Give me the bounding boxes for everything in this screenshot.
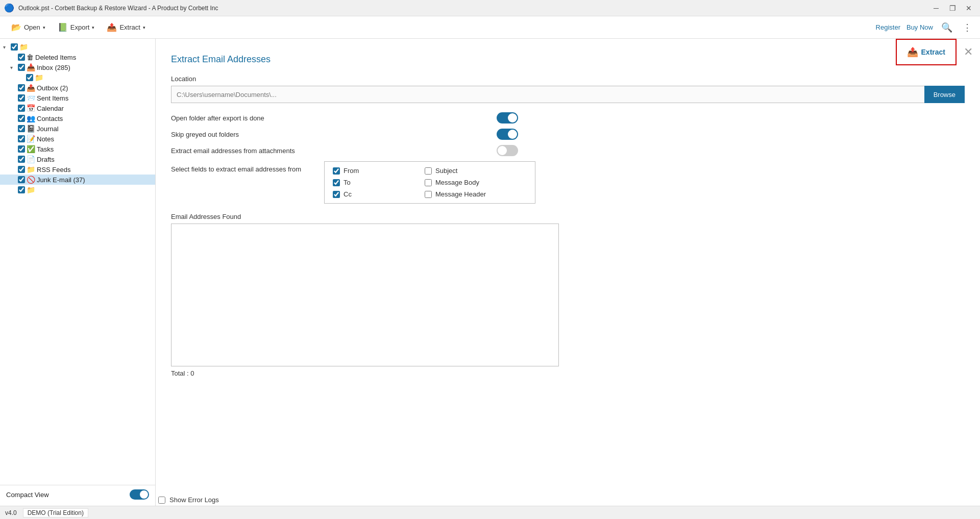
calendar-label: Calendar [37,105,64,112]
cc-checkbox[interactable] [333,191,340,198]
toolbar: 📂 Open ▾ 📗 Export ▾ 📤 Extract ▾ Register… [0,16,980,39]
junk-email-checkbox[interactable] [18,176,25,183]
contacts-checkbox[interactable] [18,115,25,122]
sent-items-label: Sent Items [37,94,68,102]
inbox-checkbox[interactable] [18,64,25,71]
inbox-sub-checkbox[interactable] [26,74,33,81]
location-section: Location Browse [171,75,965,103]
skip-greyed-label: Skip greyed out folders [171,131,239,138]
field-cc[interactable]: Cc [333,190,425,198]
skip-greyed-toggle[interactable] [497,129,518,140]
tree-item-inbox-sub[interactable]: 📁 [0,72,155,83]
field-to[interactable]: To [333,179,425,186]
tree-item-contacts[interactable]: 👥 Contacts [0,113,155,123]
tree-item-rss-feeds[interactable]: 📁 RSS Feeds [0,164,155,175]
to-checkbox[interactable] [333,179,340,186]
rss-arrow [10,167,16,172]
export-button[interactable]: 📗 Export ▾ [53,20,100,35]
drafts-checkbox[interactable] [18,156,25,163]
misc-icon: 📁 [27,186,35,194]
sent-items-checkbox[interactable] [18,94,25,102]
export-icon: 📗 [58,22,68,32]
outbox-label: Outbox (2) [37,84,68,92]
field-from[interactable]: From [333,167,425,175]
restore-button[interactable]: ❐ [945,3,960,14]
tree-item-tasks[interactable]: ✅ Tasks [0,144,155,154]
field-message-header[interactable]: Message Header [425,190,527,198]
journal-label: Journal [37,125,59,133]
open-arrow: ▾ [43,25,45,30]
tree-item-deleted-items[interactable]: 🗑 Deleted Items [0,52,155,62]
tree-item-inbox[interactable]: ▾ 📥 Inbox (285) [0,62,155,72]
extract-attachments-toggle-row: Extract email addresses from attachments [171,145,518,156]
titlebar-left: 🔵 Outlook.pst - Corbett Backup & Restore… [4,3,218,13]
field-subject[interactable]: Subject [425,167,527,175]
close-window-button[interactable]: ✕ [962,3,976,14]
message-header-checkbox[interactable] [425,191,432,198]
outbox-arrow [10,85,16,91]
buy-now-link[interactable]: Buy Now [906,23,933,31]
tree-item-journal[interactable]: 📓 Journal [0,123,155,134]
tree-item-drafts[interactable]: 📄 Drafts [0,154,155,164]
fields-section: Select fields to extract email addresses… [171,161,965,204]
skip-greyed-slider [497,129,518,140]
root-checkbox[interactable] [11,43,18,51]
error-logs-row: Show Error Logs [158,496,219,504]
browse-button[interactable]: Browse [924,86,965,103]
extract-action-button[interactable]: 📤 Extract [896,39,957,65]
search-toolbar-button[interactable]: 🔍 [939,20,954,35]
deleted-items-checkbox[interactable] [18,54,25,61]
inbox-label: Inbox (285) [37,64,70,71]
journal-checkbox[interactable] [18,125,25,132]
open-button[interactable]: 📂 Open ▾ [6,20,51,35]
open-folder-label: Open folder after export is done [171,114,264,122]
extract-toolbar-button[interactable]: 📤 Extract ▾ [102,20,150,35]
extract-action-label: Extract [921,48,945,56]
tree-item-sent-items[interactable]: 📨 Sent Items [0,93,155,103]
location-input[interactable] [171,86,924,103]
version-label: v4.0 [5,509,17,516]
compact-view-toggle[interactable] [130,489,149,500]
open-folder-toggle-row: Open folder after export is done [171,112,518,123]
compact-view-label: Compact View [6,491,49,499]
calendar-checkbox[interactable] [18,105,25,112]
sidebar: ▾ 📁 🗑 Deleted Items ▾ 📥 Inbox (285) 📁 📤 [0,39,156,519]
tasks-checkbox[interactable] [18,145,25,153]
tree-item-misc[interactable]: 📁 [0,185,155,195]
toolbar-right: Register Buy Now 🔍 ⋮ [876,20,974,35]
from-label: From [344,167,359,175]
tree-item-outbox[interactable]: 📤 Outbox (2) [0,83,155,93]
tree-item-calendar[interactable]: 📅 Calendar [0,103,155,113]
extract-attachments-toggle[interactable] [497,145,518,156]
subject-checkbox[interactable] [425,167,432,175]
from-checkbox[interactable] [333,167,340,175]
notes-label: Notes [37,135,54,143]
menu-toolbar-button[interactable]: ⋮ [961,20,974,35]
titlebar-controls: ─ ❐ ✕ [929,3,976,14]
register-link[interactable]: Register [876,23,900,31]
drafts-label: Drafts [37,156,55,163]
calendar-arrow [10,106,16,111]
rss-checkbox[interactable] [18,166,25,173]
tree-item-notes[interactable]: 📝 Notes [0,134,155,144]
notes-arrow [10,136,16,142]
field-message-body[interactable]: Message Body [425,179,527,186]
journal-arrow [10,126,16,132]
titlebar: 🔵 Outlook.pst - Corbett Backup & Restore… [0,0,980,16]
open-folder-toggle[interactable] [497,112,518,123]
minimize-button[interactable]: ─ [929,3,943,14]
content-area: 📤 Extract ✕ Extract Email Addresses Loca… [156,39,980,519]
notes-checkbox[interactable] [18,135,25,142]
extract-toolbar-icon: 📤 [107,22,117,32]
error-logs-checkbox[interactable] [158,497,165,504]
titlebar-title: Outlook.pst - Corbett Backup & Restore W… [18,5,218,12]
message-body-checkbox[interactable] [425,179,432,186]
root-arrow: ▾ [3,44,9,50]
total-label: Total : [171,369,189,377]
outbox-checkbox[interactable] [18,84,25,91]
tree-item-root[interactable]: ▾ 📁 [0,42,155,52]
misc-checkbox[interactable] [18,186,25,193]
tree-item-junk-email[interactable]: 🚫 Junk E-mail (37) [0,175,155,185]
extract-attachments-slider [497,145,518,156]
close-content-button[interactable]: ✕ [957,39,980,65]
